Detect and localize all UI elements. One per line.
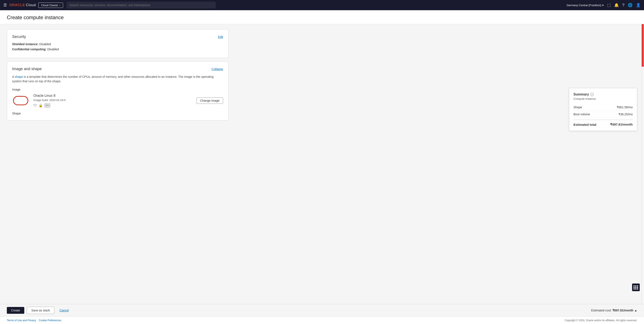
scroll-thumb <box>642 24 644 67</box>
summary-shape-cost: ₹661.56/mo <box>617 106 633 109</box>
nav-right-icons: Germany Central (Frankfurt) ▾ ⬚ 🔔 ? 🌐 👤 <box>567 3 640 8</box>
security-card-title: Security <box>12 34 26 39</box>
estimated-cost-prefix: Estimated cost: <box>591 309 612 312</box>
summary-subtitle: Compute instance <box>574 97 633 100</box>
oracle-logo: ORACLE Cloud <box>10 3 36 7</box>
card-description: A shape is a template that determines th… <box>12 74 223 84</box>
create-button[interactable]: Create <box>7 307 24 314</box>
summary-title: Summary <box>574 92 589 96</box>
cancel-button[interactable]: Cancel <box>57 307 72 314</box>
hamburger-menu-icon[interactable]: ☰ <box>4 3 7 8</box>
summary-boot-volume-label: Boot volume <box>574 112 590 116</box>
summary-shape-row: Shape ₹661.56/mo <box>574 104 633 111</box>
oracle-oval-icon <box>13 96 28 105</box>
image-icons: 🛡 🔒 BM <box>34 104 192 108</box>
oracle-linux-logo <box>12 94 29 107</box>
main-content: Security Edit Shielded instance: Disable… <box>0 24 644 304</box>
confidential-value: Disabled <box>47 48 59 51</box>
shield-icon: 🛡 <box>34 104 37 108</box>
estimated-cost-value: ₹697.81/month <box>612 309 633 312</box>
estimated-cost-display: Estimated cost: ₹697.81/month ▲ <box>591 309 637 312</box>
summary-total-row: Estimated total ₹697.81/month <box>574 120 633 126</box>
cookie-preferences-link[interactable]: Cookie Preferences <box>39 319 61 322</box>
image-section-label: Image <box>12 88 223 91</box>
bottom-bar: Create Save as stack Cancel Estimated co… <box>0 304 644 316</box>
grid-dots <box>634 286 638 290</box>
grid-icon-button[interactable] <box>632 284 640 291</box>
summary-total-cost: ₹697.81/month <box>610 122 633 126</box>
summary-info-icon[interactable]: i <box>590 93 594 96</box>
image-shape-card: Image and shape Collapse A shape is a te… <box>7 62 228 120</box>
footer-links: Terms of Use and Privacy Cookie Preferen… <box>7 319 61 322</box>
image-selection-row: Oracle Linux 8 Image build: 2024.04.19-0… <box>12 94 223 108</box>
image-info: Oracle Linux 8 Image build: 2024.04.19-0… <box>34 94 192 108</box>
summary-boot-volume-row: Boot volume ₹36.25/mo <box>574 111 633 118</box>
security-card-header: Security Edit <box>12 34 223 39</box>
image-shape-card-header: Image and shape Collapse <box>12 67 223 71</box>
oracle-text: ORACLE <box>10 3 25 7</box>
lock-icon: 🔒 <box>38 104 43 108</box>
cloud-text: Cloud <box>26 3 36 7</box>
confidential-computing-field: Confidential computing: Disabled <box>12 48 223 51</box>
bell-icon[interactable]: 🔔 <box>614 3 619 8</box>
bm-icon: BM <box>44 104 50 108</box>
copyright-text: Copyright © 2024, Oracle and/or its affi… <box>564 319 637 322</box>
terminal-icon[interactable]: ⬚ <box>607 3 611 8</box>
region-selector[interactable]: Germany Central (Frankfurt) ▾ <box>567 4 604 7</box>
scroll-indicator[interactable] <box>642 24 644 304</box>
page-footer: Terms of Use and Privacy Cookie Preferen… <box>0 316 644 324</box>
shape-link[interactable]: shape <box>15 75 23 78</box>
page-header: Create compute instance <box>0 10 644 24</box>
save-as-stack-button[interactable]: Save as stack <box>27 307 54 314</box>
form-area: Security Edit Shielded instance: Disable… <box>7 29 228 299</box>
summary-panel: Summary i Compute instance Shape ₹661.56… <box>569 88 637 131</box>
security-edit-link[interactable]: Edit <box>218 35 223 38</box>
image-name: Oracle Linux 8 <box>34 94 192 98</box>
security-card: Security Edit Shielded instance: Disable… <box>7 29 228 58</box>
summary-total-label: Estimated total <box>574 123 596 126</box>
search-input[interactable] <box>66 2 216 8</box>
shape-section-label: Shape <box>12 112 223 115</box>
chevron-up-icon[interactable]: ▲ <box>634 309 637 312</box>
globe-icon[interactable]: 🌐 <box>628 3 632 8</box>
help-icon[interactable]: ? <box>622 3 624 8</box>
user-avatar-icon[interactable]: 👤 <box>636 3 640 8</box>
collapse-link[interactable]: Collapse <box>212 67 223 71</box>
summary-shape-label: Shape <box>574 106 582 109</box>
shielded-value: Disabled <box>40 42 51 46</box>
change-image-button[interactable]: Change image <box>196 98 223 104</box>
summary-header: Summary i <box>574 92 633 96</box>
cloud-classic-button[interactable]: Cloud Classic › <box>38 2 63 8</box>
summary-boot-volume-cost: ₹36.25/mo <box>618 112 633 116</box>
terms-link[interactable]: Terms of Use and Privacy <box>7 319 36 322</box>
confidential-label: Confidential computing: <box>12 48 46 51</box>
shielded-instance-field: Shielded instance: Disabled <box>12 42 223 46</box>
image-shape-card-title: Image and shape <box>12 67 42 71</box>
shielded-label: Shielded instance: <box>12 42 38 46</box>
image-build: Image build: 2024.04.19-0 <box>34 98 192 102</box>
page-title: Create compute instance <box>7 14 637 20</box>
top-navigation: ☰ ORACLE Cloud Cloud Classic › Germany C… <box>0 0 644 10</box>
